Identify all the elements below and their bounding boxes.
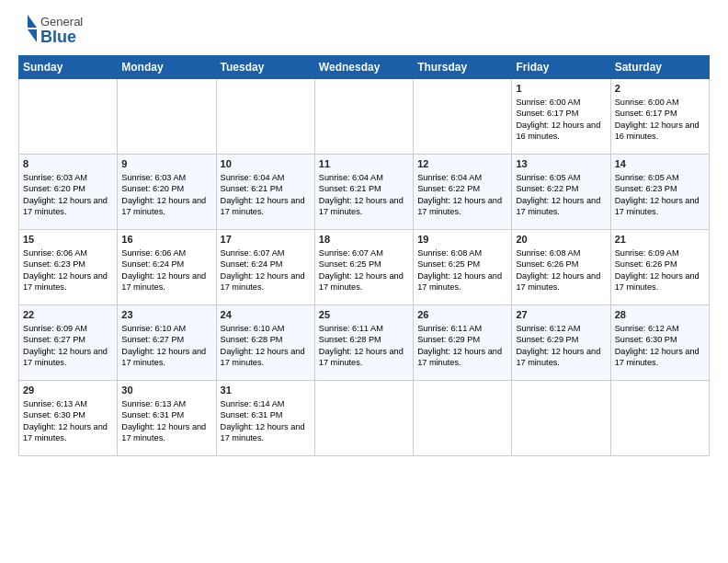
day-number: 15 <box>23 233 113 247</box>
daylight-text: Daylight: 12 hours and 17 minutes. <box>121 196 206 216</box>
sunset-text: Sunset: 6:31 PM <box>221 410 283 419</box>
weekday-header-tuesday: Tuesday <box>216 56 314 79</box>
daylight-text: Daylight: 12 hours and 17 minutes. <box>23 347 108 367</box>
weekday-header-row: SundayMondayTuesdayWednesdayThursdayFrid… <box>19 56 710 79</box>
calendar-cell: 2Sunrise: 6:00 AMSunset: 6:17 PMDaylight… <box>610 79 709 155</box>
day-number: 26 <box>417 308 507 322</box>
day-number: 13 <box>516 157 606 171</box>
day-number: 19 <box>417 233 507 247</box>
calendar-page: General Blue SundayMondayTuesdayWednesda… <box>0 0 728 563</box>
daylight-text: Daylight: 12 hours and 17 minutes. <box>516 347 600 367</box>
sunset-text: Sunset: 6:21 PM <box>221 184 283 193</box>
daylight-text: Daylight: 12 hours and 17 minutes. <box>615 271 700 292</box>
daylight-text: Daylight: 12 hours and 17 minutes. <box>516 196 600 216</box>
calendar-cell <box>118 79 216 155</box>
weekday-header-sunday: Sunday <box>19 56 118 79</box>
sunrise-text: Sunrise: 6:03 AM <box>23 173 87 182</box>
calendar-cell: 10Sunrise: 6:04 AMSunset: 6:21 PMDayligh… <box>216 155 314 230</box>
sunrise-text: Sunrise: 6:13 AM <box>121 399 186 408</box>
sunrise-text: Sunrise: 6:06 AM <box>121 248 186 258</box>
sunrise-text: Sunrise: 6:11 AM <box>417 324 482 333</box>
day-number: 17 <box>221 233 311 247</box>
calendar-body: 1Sunrise: 6:00 AMSunset: 6:17 PMDaylight… <box>19 79 710 456</box>
calendar-cell: 15Sunrise: 6:06 AMSunset: 6:23 PMDayligh… <box>19 230 118 305</box>
calendar-header: SundayMondayTuesdayWednesdayThursdayFrid… <box>19 56 710 79</box>
logo: General Blue <box>18 15 83 48</box>
calendar-cell: 1Sunrise: 6:00 AMSunset: 6:17 PMDaylight… <box>512 79 610 155</box>
calendar-week-3: 15Sunrise: 6:06 AMSunset: 6:23 PMDayligh… <box>19 230 710 305</box>
sunset-text: Sunset: 6:23 PM <box>615 184 677 193</box>
logo-text: General Blue <box>40 16 83 47</box>
sunset-text: Sunset: 6:25 PM <box>417 259 480 269</box>
sunrise-text: Sunrise: 6:11 AM <box>319 324 383 333</box>
daylight-text: Daylight: 12 hours and 17 minutes. <box>121 347 206 367</box>
sunset-text: Sunset: 6:27 PM <box>121 335 184 344</box>
day-number: 1 <box>516 82 606 96</box>
sunrise-text: Sunrise: 6:08 AM <box>516 248 580 258</box>
day-number: 14 <box>615 157 705 171</box>
daylight-text: Daylight: 12 hours and 17 minutes. <box>615 347 700 367</box>
sunset-text: Sunset: 6:24 PM <box>121 259 184 269</box>
sunrise-text: Sunrise: 6:00 AM <box>516 98 580 107</box>
calendar-cell: 16Sunrise: 6:06 AMSunset: 6:24 PMDayligh… <box>118 230 216 305</box>
calendar-cell: 12Sunrise: 6:04 AMSunset: 6:22 PMDayligh… <box>414 155 512 230</box>
daylight-text: Daylight: 12 hours and 17 minutes. <box>417 196 502 216</box>
calendar-cell <box>314 381 413 456</box>
sunset-text: Sunset: 6:22 PM <box>417 184 480 193</box>
calendar-cell <box>19 79 118 155</box>
day-number: 16 <box>121 233 211 247</box>
svg-marker-1 <box>28 29 37 42</box>
sunrise-text: Sunrise: 6:04 AM <box>417 173 482 182</box>
calendar-cell <box>414 381 512 456</box>
sunset-text: Sunset: 6:27 PM <box>23 335 85 344</box>
sunrise-text: Sunrise: 6:07 AM <box>319 248 383 258</box>
daylight-text: Daylight: 12 hours and 17 minutes. <box>221 347 305 367</box>
calendar-week-5: 29Sunrise: 6:13 AMSunset: 6:30 PMDayligh… <box>19 381 710 456</box>
calendar-cell: 18Sunrise: 6:07 AMSunset: 6:25 PMDayligh… <box>314 230 413 305</box>
sunset-text: Sunset: 6:26 PM <box>516 259 578 269</box>
calendar-cell: 14Sunrise: 6:05 AMSunset: 6:23 PMDayligh… <box>610 155 709 230</box>
daylight-text: Daylight: 12 hours and 17 minutes. <box>23 422 108 442</box>
daylight-text: Daylight: 12 hours and 16 minutes. <box>516 121 600 141</box>
sunrise-text: Sunrise: 6:07 AM <box>221 248 285 258</box>
logo-blue-text: Blue <box>40 28 76 46</box>
sunrise-text: Sunrise: 6:09 AM <box>23 324 87 333</box>
daylight-text: Daylight: 12 hours and 17 minutes. <box>319 196 404 216</box>
sunset-text: Sunset: 6:26 PM <box>615 259 677 269</box>
weekday-header-friday: Friday <box>512 56 610 79</box>
day-number: 2 <box>615 82 705 96</box>
logo-general-text: General <box>40 15 83 29</box>
calendar-cell: 20Sunrise: 6:08 AMSunset: 6:26 PMDayligh… <box>512 230 610 305</box>
logo-container: General Blue <box>18 15 83 48</box>
sunset-text: Sunset: 6:24 PM <box>221 259 283 269</box>
daylight-text: Daylight: 12 hours and 17 minutes. <box>417 271 502 292</box>
day-number: 8 <box>23 157 113 171</box>
sunrise-text: Sunrise: 6:10 AM <box>221 324 285 333</box>
sunset-text: Sunset: 6:21 PM <box>319 184 381 193</box>
sunrise-text: Sunrise: 6:04 AM <box>221 173 285 182</box>
day-number: 23 <box>121 308 211 322</box>
calendar-cell: 22Sunrise: 6:09 AMSunset: 6:27 PMDayligh… <box>19 305 118 381</box>
sunset-text: Sunset: 6:28 PM <box>319 335 381 344</box>
daylight-text: Daylight: 12 hours and 17 minutes. <box>221 422 305 442</box>
daylight-text: Daylight: 12 hours and 17 minutes. <box>23 196 108 216</box>
sunset-text: Sunset: 6:20 PM <box>121 184 184 193</box>
day-number: 25 <box>319 308 409 322</box>
day-number: 21 <box>615 233 705 247</box>
calendar-cell: 8Sunrise: 6:03 AMSunset: 6:20 PMDaylight… <box>19 155 118 230</box>
sunrise-text: Sunrise: 6:03 AM <box>121 173 186 182</box>
calendar-cell: 19Sunrise: 6:08 AMSunset: 6:25 PMDayligh… <box>414 230 512 305</box>
sunset-text: Sunset: 6:22 PM <box>516 184 578 193</box>
sunset-text: Sunset: 6:20 PM <box>23 184 85 193</box>
calendar-cell: 9Sunrise: 6:03 AMSunset: 6:20 PMDaylight… <box>118 155 216 230</box>
daylight-text: Daylight: 12 hours and 17 minutes. <box>121 422 206 442</box>
day-number: 29 <box>23 384 113 397</box>
header: General Blue <box>18 15 710 48</box>
calendar-cell <box>216 79 314 155</box>
weekday-header-thursday: Thursday <box>414 56 512 79</box>
sunrise-text: Sunrise: 6:08 AM <box>417 248 482 258</box>
calendar-cell: 25Sunrise: 6:11 AMSunset: 6:28 PMDayligh… <box>314 305 413 381</box>
calendar-week-1: 1Sunrise: 6:00 AMSunset: 6:17 PMDaylight… <box>19 79 710 155</box>
day-number: 20 <box>516 233 606 247</box>
day-number: 27 <box>516 308 606 322</box>
